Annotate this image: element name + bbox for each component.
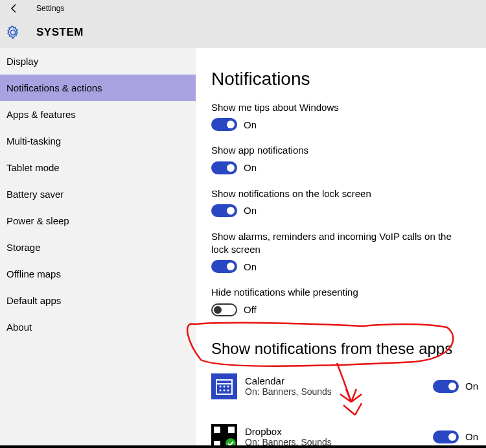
sidebar-item-storage[interactable]: Storage xyxy=(0,234,196,261)
app-name: Dropbox xyxy=(245,426,433,437)
calendar-icon xyxy=(211,373,237,399)
sidebar-item-tablet-mode[interactable]: Tablet mode xyxy=(0,154,196,181)
toggle-tips[interactable] xyxy=(211,118,237,131)
sidebar-item-label: Multi-tasking xyxy=(6,136,61,147)
toggle-hide-presenting[interactable] xyxy=(211,303,237,316)
setting-label: Show app notifications xyxy=(211,144,470,157)
svg-rect-12 xyxy=(228,427,235,433)
toggle-alarms[interactable] xyxy=(211,260,237,273)
toggle-app-dropbox[interactable] xyxy=(433,430,459,443)
app-name: Calendar xyxy=(245,375,433,386)
sidebar-item-notifications-actions[interactable]: Notifications & actions xyxy=(0,75,196,101)
sidebar-item-label: Power & sleep xyxy=(6,215,69,226)
setting-alarms: Show alarms, reminders and incoming VoIP… xyxy=(211,230,470,274)
sidebar-item-default-apps[interactable]: Default apps xyxy=(0,287,196,314)
sidebar-item-multi-tasking[interactable]: Multi-tasking xyxy=(0,128,196,154)
toggle-state: On xyxy=(244,162,257,173)
sidebar-item-label: Apps & features xyxy=(6,109,76,120)
apps-heading: Show notifications from these apps xyxy=(211,340,486,358)
sidebar-item-power-sleep[interactable]: Power & sleep xyxy=(0,207,196,234)
sidebar-item-label: Notifications & actions xyxy=(6,82,102,93)
setting-hide-presenting: Hide notifications while presenting Off xyxy=(211,286,470,316)
sidebar-item-offline-maps[interactable]: Offline maps xyxy=(0,261,196,287)
setting-label: Show alarms, reminders and incoming VoIP… xyxy=(211,230,470,257)
sidebar-item-apps-features[interactable]: Apps & features xyxy=(0,101,196,128)
toggle-state: On xyxy=(465,431,478,442)
sidebar-item-label: Display xyxy=(6,56,38,67)
titlebar: Settings xyxy=(0,0,486,17)
setting-label: Hide notifications while presenting xyxy=(211,286,470,299)
sidebar-item-label: About xyxy=(6,322,32,333)
app-row-dropbox[interactable]: Dropbox On: Banners, Sounds On xyxy=(211,420,486,449)
setting-tips: Show me tips about Windows On xyxy=(211,101,470,131)
sidebar-item-label: Storage xyxy=(6,242,41,253)
taskbar xyxy=(0,445,486,448)
toggle-state: Off xyxy=(244,304,257,315)
setting-app-notifications: Show app notifications On xyxy=(211,144,470,174)
app-row-calendar[interactable]: Calendar On: Banners, Sounds On xyxy=(211,370,486,403)
setting-label: Show me tips about Windows xyxy=(211,101,470,114)
setting-lock-screen: Show notifications on the lock screen On xyxy=(211,187,470,217)
sidebar-item-label: Tablet mode xyxy=(6,162,60,173)
header: SYSTEM xyxy=(0,17,486,48)
back-icon[interactable] xyxy=(8,2,21,15)
toggle-state: On xyxy=(244,261,257,272)
toggle-state: On xyxy=(244,119,257,130)
toggle-lock-screen[interactable] xyxy=(211,204,237,217)
sidebar-item-battery-saver[interactable]: Battery saver xyxy=(0,181,196,207)
toggle-app-notifications[interactable] xyxy=(211,161,237,174)
sidebar-item-label: Battery saver xyxy=(6,189,64,200)
toggle-state: On xyxy=(244,205,257,216)
app-detail: On: Banners, Sounds xyxy=(245,386,433,397)
window-title: Settings xyxy=(36,4,64,13)
sidebar-item-label: Offline maps xyxy=(6,268,61,279)
section-heading: Notifications xyxy=(211,69,486,89)
content-pane: Notifications Show me tips about Windows… xyxy=(196,48,486,448)
toggle-app-calendar[interactable] xyxy=(433,380,459,393)
sidebar: Display Notifications & actions Apps & f… xyxy=(0,48,196,448)
svg-rect-11 xyxy=(214,427,220,433)
dropbox-icon xyxy=(211,424,237,449)
gear-icon xyxy=(6,25,20,40)
toggle-state: On xyxy=(465,381,478,392)
page-title: SYSTEM xyxy=(36,26,84,39)
sidebar-item-about[interactable]: About xyxy=(0,314,196,340)
setting-label: Show notifications on the lock screen xyxy=(211,187,470,200)
sidebar-item-label: Default apps xyxy=(6,295,61,306)
sidebar-item-display[interactable]: Display xyxy=(0,48,196,75)
